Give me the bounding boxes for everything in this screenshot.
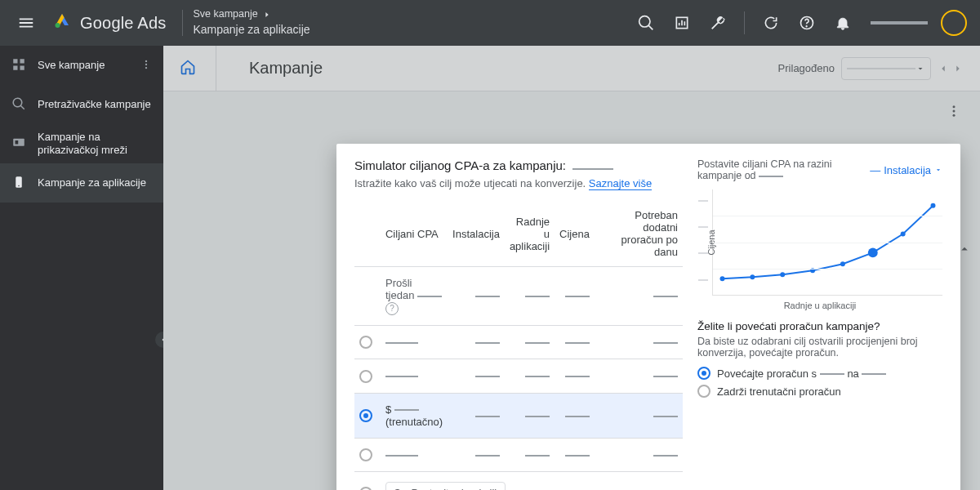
reports-button[interactable] — [667, 8, 697, 38]
svg-point-0 — [56, 23, 60, 28]
tools-button[interactable] — [703, 8, 733, 38]
svg-point-25 — [931, 203, 936, 208]
sidebar-item-label: Pretraživačke kampanje — [38, 98, 151, 111]
svg-point-22 — [840, 261, 845, 266]
svg-rect-5 — [20, 59, 24, 63]
sidebar-item-all-campaigns[interactable]: Sve kampanje — [0, 46, 163, 85]
search-button[interactable] — [631, 8, 661, 38]
account-avatar[interactable] — [941, 10, 967, 36]
radio-option-selected[interactable] — [359, 409, 372, 422]
svg-point-18 — [720, 276, 725, 281]
sidebar-item-label: Kampanje za aplikacije — [38, 176, 146, 189]
notifications-button[interactable] — [828, 8, 858, 38]
help-icon[interactable]: ? — [385, 302, 399, 315]
svg-rect-4 — [13, 59, 17, 63]
budget-option-keep[interactable]: Zadrži trenutačni proračun — [697, 385, 942, 398]
budget-question-title: Želite li povećati proračun kampanje? — [697, 320, 942, 332]
col-in-app: Radnje u aplikaciji — [505, 201, 555, 267]
modal-subtitle: Istražite kako vaš cilj može utjecati na… — [354, 177, 683, 189]
svg-point-9 — [145, 63, 147, 65]
svg-point-3 — [806, 25, 808, 27]
search-icon — [11, 96, 26, 114]
chart-xlabel: Radnje u aplikaciji — [697, 301, 942, 310]
radio-option[interactable] — [359, 370, 372, 383]
row-set-other[interactable]: $ Postavite drugi cilj — [354, 472, 683, 490]
help-button[interactable] — [792, 8, 822, 38]
sidebar-item-display-campaigns[interactable]: Kampanje na prikazivačkoj mreži — [0, 124, 163, 163]
breadcrumb-parent: Sve kampanje — [193, 7, 257, 22]
svg-point-20 — [780, 272, 785, 277]
sidebar-item-label: Sve kampanje — [38, 59, 105, 72]
col-cost: Cijena — [555, 201, 595, 267]
chart-caption: Postavite ciljani CPA na razini kampanje… — [697, 158, 870, 181]
radio-option[interactable] — [697, 385, 710, 398]
sidebar-item-app-campaigns[interactable]: Kampanje za aplikacije — [0, 163, 163, 203]
svg-point-23 — [868, 247, 878, 257]
svg-rect-11 — [13, 138, 24, 145]
svg-rect-7 — [20, 65, 24, 69]
product-logo[interactable]: Google Ads — [46, 11, 172, 34]
page: Kampanje Prilagođeno Simulator ciljanog … — [163, 46, 980, 490]
table-row[interactable] — [354, 325, 683, 359]
table-row[interactable] — [354, 359, 683, 394]
menu-button[interactable] — [7, 14, 46, 32]
svg-point-10 — [145, 66, 147, 68]
sidebar-item-search-campaigns[interactable]: Pretraživačke kampanje — [0, 85, 163, 124]
product-name: Google Ads — [80, 14, 166, 33]
app-icon — [11, 175, 26, 192]
svg-point-24 — [901, 232, 906, 237]
more-icon[interactable] — [140, 59, 152, 73]
radio-option[interactable] — [359, 487, 372, 490]
radio-option-selected[interactable] — [697, 367, 710, 380]
svg-rect-6 — [13, 65, 17, 69]
col-target-cpa: Ciljani CPA — [381, 201, 448, 267]
sidebar: Sve kampanje Pretraživačke kampanje Kamp… — [0, 46, 163, 490]
chart-legend-dropdown[interactable]: — Instalacija — [870, 164, 942, 176]
cpa-simulator-modal: Simulator ciljanog CPA-a za kampanju: Is… — [336, 144, 960, 490]
col-installs: Instalacija — [448, 201, 505, 267]
set-other-goal-button[interactable]: $ Postavite drugi cilj — [385, 482, 506, 490]
svg-point-8 — [145, 60, 147, 61]
simulator-table: Ciljani CPA Instalacija Radnje u aplikac… — [354, 201, 683, 490]
grid-icon — [11, 57, 26, 74]
col-extra-budget: Potreban dodatni proračun po danu — [595, 201, 683, 267]
simulator-chart: Cijena — [712, 189, 942, 296]
radio-option[interactable] — [359, 448, 372, 461]
svg-point-19 — [750, 274, 755, 279]
modal-title: Simulator ciljanog CPA-a za kampanju: — [354, 158, 566, 172]
svg-point-14 — [18, 185, 20, 186]
learn-more-link[interactable]: Saznajte više — [589, 177, 652, 190]
breadcrumb-current: Kampanje za aplikacije — [193, 22, 310, 38]
topbar: Google Ads Sve kampanje Kampanje za apli… — [0, 0, 980, 46]
budget-option-increase[interactable]: Povećajte proračun s na — [697, 367, 942, 380]
row-past-week: Prošli tjedan ? — [354, 267, 683, 326]
svg-rect-12 — [16, 140, 19, 145]
table-row[interactable] — [354, 438, 683, 472]
account-placeholder — [871, 21, 928, 24]
refresh-button[interactable] — [756, 8, 786, 38]
sidebar-item-label: Kampanje na prikazivačkoj mreži — [38, 131, 152, 156]
budget-question-sub: Da biste uz odabrani cilj ostvarili proc… — [697, 336, 942, 359]
table-row-current[interactable]: $ (trenutačno) — [354, 393, 683, 438]
ads-logo-icon — [52, 11, 72, 34]
breadcrumb[interactable]: Sve kampanje Kampanje za aplikacije — [193, 7, 310, 38]
radio-option[interactable] — [359, 336, 372, 349]
display-icon — [11, 136, 26, 153]
